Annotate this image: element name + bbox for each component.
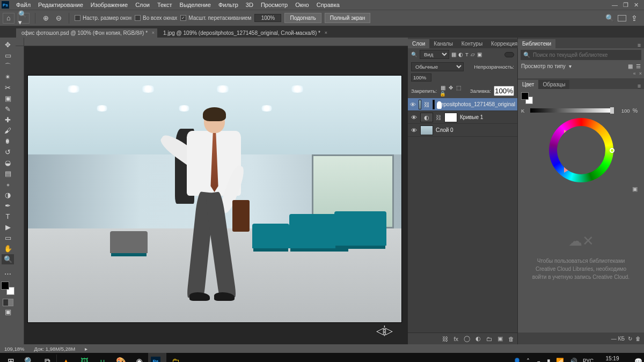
taskbar-app-utorrent[interactable]: μ xyxy=(93,353,112,362)
filter-shape-icon[interactable]: ▱ xyxy=(471,51,475,57)
eraser-tool[interactable]: ◒ xyxy=(2,158,14,168)
edit-toolbar-icon[interactable]: ⋯ xyxy=(2,269,14,279)
blend-mode-select[interactable]: Обычные xyxy=(411,62,464,71)
status-docsize[interactable]: Док: 1,98M/5,28M xyxy=(34,346,76,352)
check-all-windows[interactable]: Во всех окнах xyxy=(135,15,177,21)
menu-select[interactable]: Выделение xyxy=(176,0,215,10)
type-tool[interactable]: T xyxy=(2,211,14,221)
taskbar-app-photoshop[interactable]: Ps xyxy=(148,353,166,362)
layer-name[interactable]: depositphotos_1271458_original xyxy=(437,101,515,107)
tab-swatches[interactable]: Образцы xyxy=(538,80,569,89)
filter-adjust-icon[interactable]: ◐ xyxy=(458,51,463,57)
check-scrubby-zoom[interactable]: ✓Масшт. перетаскиванием xyxy=(180,15,251,21)
lock-position-icon[interactable]: ✥ xyxy=(448,85,454,91)
lock-artboard-icon[interactable]: ⬚ xyxy=(455,85,462,91)
workspace-switcher-icon[interactable] xyxy=(618,15,626,21)
fit-button[interactable]: Подогнать xyxy=(284,13,321,23)
share-icon[interactable]: ⇪ xyxy=(630,13,639,23)
grid-view-icon[interactable]: ▦ xyxy=(628,63,633,69)
visibility-icon[interactable]: 👁 xyxy=(410,127,418,134)
panel-menu-icon[interactable]: ≡ xyxy=(634,42,644,48)
zoom-out-icon[interactable]: ⊖ xyxy=(54,13,63,23)
panel-close-icon[interactable]: × xyxy=(639,71,642,78)
delete-layer-icon[interactable]: 🗑 xyxy=(508,336,514,342)
new-adjustment-icon[interactable]: ◐ xyxy=(475,335,481,342)
move-tool[interactable]: ✥ xyxy=(2,40,14,50)
taskbar-app-paint[interactable]: 🎨 xyxy=(112,353,130,362)
ruler-vertical[interactable] xyxy=(16,46,24,344)
close-icon[interactable]: × xyxy=(325,30,327,35)
library-search-input[interactable] xyxy=(533,52,639,58)
library-search[interactable]: 🔍 xyxy=(521,50,641,60)
layer-fx-icon[interactable]: fx xyxy=(453,336,458,342)
lock-pixels-icon[interactable]: ▦ xyxy=(440,85,446,91)
trash-icon[interactable]: 🗑 xyxy=(635,336,641,342)
eyedropper-tool[interactable]: ✎ xyxy=(2,104,14,114)
panel-collapse-icon[interactable]: « xyxy=(633,71,636,78)
document-canvas[interactable]: ◁┊▷ xyxy=(24,46,408,344)
menu-help[interactable]: Справка xyxy=(313,0,343,10)
zoom-value[interactable]: 100% xyxy=(254,14,281,22)
home-icon[interactable]: ⌂ xyxy=(3,13,14,24)
list-view-icon[interactable]: ☰ xyxy=(636,63,641,69)
new-group-icon[interactable]: 🗀 xyxy=(486,336,492,342)
add-swatch-icon[interactable]: ▣ xyxy=(632,186,638,195)
filter-smart-icon[interactable]: ▣ xyxy=(477,51,482,57)
tab-channels[interactable]: Каналы xyxy=(429,39,457,48)
layer-mask-thumbnail[interactable] xyxy=(433,100,435,109)
frame-tool[interactable]: ▣ xyxy=(2,93,14,104)
ruler-horizontal[interactable] xyxy=(24,38,408,46)
hand-tool[interactable]: ✋ xyxy=(2,243,14,254)
panel-menu-icon[interactable]: ≡ xyxy=(634,83,644,89)
history-brush-tool[interactable]: ↺ xyxy=(2,147,14,157)
tab-layers[interactable]: Слои xyxy=(408,39,429,48)
doc-tab-1[interactable]: 1.jpg @ 109% (depositphotos_1271458_orig… xyxy=(158,28,330,38)
lock-all-icon[interactable]: 🔒 xyxy=(440,91,446,97)
menu-3d[interactable]: 3D xyxy=(242,0,257,10)
stamp-tool[interactable]: ⧯ xyxy=(2,136,14,146)
window-minimize-icon[interactable]: — xyxy=(612,2,618,9)
tab-libraries[interactable]: Библиотеки xyxy=(518,39,555,48)
layer-name[interactable]: Кривые 1 xyxy=(460,114,483,120)
screen-mode-icon[interactable]: ▣ xyxy=(2,307,14,317)
visibility-icon[interactable]: 👁 xyxy=(410,101,416,108)
adjustment-icon[interactable]: ◐ xyxy=(420,113,433,122)
brush-tool[interactable]: 🖌 xyxy=(2,125,14,136)
taskbar-app-chrome[interactable]: ◉ xyxy=(130,353,148,362)
layer-row[interactable]: 👁 Слой 0 xyxy=(408,124,517,137)
menu-window[interactable]: Окно xyxy=(291,0,313,10)
color-swatches[interactable] xyxy=(521,92,533,104)
fullscreen-button[interactable]: Полный экран xyxy=(325,13,371,23)
tab-adjust[interactable]: Коррекция xyxy=(487,39,522,48)
quick-mask-toggle[interactable] xyxy=(3,299,13,306)
zoom-tool[interactable]: 🔍 xyxy=(2,254,14,264)
taskbar-app-explorer[interactable]: 🗀 xyxy=(166,353,185,362)
layer-mask-thumbnail[interactable] xyxy=(444,113,457,122)
close-icon[interactable]: × xyxy=(152,30,155,35)
layer-name[interactable]: Слой 0 xyxy=(436,127,453,133)
opacity-input[interactable] xyxy=(411,73,431,82)
link-icon[interactable]: ⛓ xyxy=(436,114,442,121)
library-view-label[interactable]: Просмотр по типу xyxy=(521,63,566,69)
tray-notifications-icon[interactable]: 💬 xyxy=(634,358,642,363)
path-select-tool[interactable]: ▶ xyxy=(2,222,14,232)
menu-file[interactable]: Файл xyxy=(12,0,34,10)
color-wheel[interactable] xyxy=(549,118,613,182)
task-view-icon[interactable]: ⧉ xyxy=(38,353,56,362)
filter-type-icon[interactable]: T xyxy=(465,51,469,57)
pen-tool[interactable]: ✒ xyxy=(2,201,14,211)
tray-up-icon[interactable]: ˄ xyxy=(526,358,530,363)
lasso-tool[interactable]: ⌒ xyxy=(2,61,14,71)
link-layers-icon[interactable]: ⛓ xyxy=(442,336,448,342)
sync-icon[interactable]: ↻ xyxy=(628,336,632,342)
color-value[interactable]: 100 xyxy=(615,108,630,114)
layer-row[interactable]: 👁 ◐ ⛓ Кривые 1 xyxy=(408,111,517,124)
menu-layers[interactable]: Слои xyxy=(131,0,153,10)
blur-tool[interactable]: ∘ xyxy=(2,179,14,189)
status-zoom[interactable]: 109,18% xyxy=(4,346,25,352)
menu-edit[interactable]: Редактирование xyxy=(34,0,87,10)
tray-people-icon[interactable]: 👤 xyxy=(513,358,521,363)
tray-volume-icon[interactable]: 🔊 xyxy=(569,358,577,363)
filter-toggle[interactable] xyxy=(504,52,514,57)
doc-tab-0[interactable]: офис фотошоп.psd @ 100% (Фон копия, RGB/… xyxy=(16,28,157,38)
